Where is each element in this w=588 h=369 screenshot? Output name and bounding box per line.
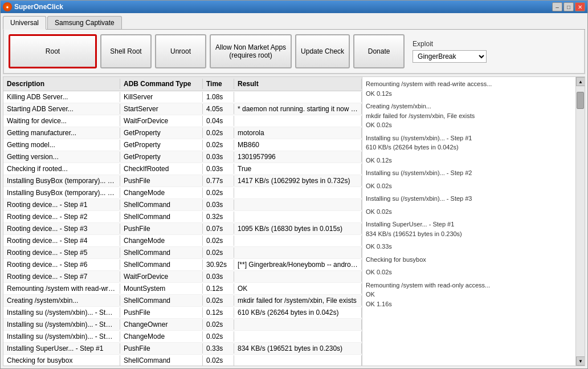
table-row: Installing BusyBox (temporary)... - Step… bbox=[3, 175, 362, 187]
table-row: Installing SuperUser... - Step #1 PushFi… bbox=[3, 343, 362, 355]
tab-bar: Universal Samsung Captivate bbox=[3, 15, 585, 30]
row-result bbox=[234, 92, 362, 102]
row-desc: Getting manufacturer... bbox=[3, 128, 120, 138]
donate-button[interactable]: Donate bbox=[353, 34, 405, 68]
row-time: 0.03s bbox=[203, 152, 234, 162]
right-panel-line: OK 0.02s bbox=[366, 267, 572, 277]
row-result: 834 KB/s (196521 bytes in 0.230s) bbox=[234, 343, 362, 354]
table-row: Creating /system/xbin... ShellCommand 0.… bbox=[3, 295, 362, 307]
row-time: 0.04s bbox=[203, 116, 234, 126]
row-desc: Installing BusyBox (temporary)... - Step… bbox=[3, 176, 120, 186]
right-panel-line: OK 0.02s bbox=[366, 120, 572, 130]
row-time: 1.08s bbox=[203, 92, 234, 102]
exploit-label: Exploit bbox=[413, 40, 487, 48]
row-time: 0.02s bbox=[203, 319, 234, 330]
row-result: MB860 bbox=[234, 140, 362, 150]
row-desc: Rooting device... - Step #5 bbox=[3, 248, 120, 258]
row-adb: GetProperty bbox=[120, 128, 203, 138]
right-panel-line: 610 KB/s (26264 bytes in 0.042s) bbox=[366, 143, 572, 152]
row-result bbox=[234, 271, 362, 282]
right-panel-line: OK bbox=[366, 290, 572, 299]
row-adb: WaitForDevice bbox=[120, 271, 203, 282]
scrollbar-down-button[interactable]: ▼ bbox=[576, 356, 585, 366]
row-adb: PushFile bbox=[120, 307, 203, 318]
right-panel-line: mkdir failed for /system/xbin, File exis… bbox=[366, 111, 572, 121]
row-desc: Remounting /system with read-write a... bbox=[3, 283, 120, 294]
scrollbar-thumb[interactable] bbox=[577, 92, 584, 109]
update-check-button[interactable]: Update Check bbox=[295, 34, 350, 68]
table-row: Rooting device... - Step #6 ShellCommand… bbox=[3, 259, 362, 271]
row-result bbox=[234, 200, 362, 210]
minimize-button[interactable]: – bbox=[552, 2, 562, 11]
root-button[interactable]: Root bbox=[9, 34, 97, 68]
row-time: 0.03s bbox=[203, 164, 234, 174]
row-adb: PushFile bbox=[120, 224, 203, 234]
main-window: ● SuperOneClick – □ ✕ Universal Samsung … bbox=[0, 0, 588, 369]
right-panel-line: Remounting /system with read-write acces… bbox=[366, 79, 572, 89]
row-result bbox=[234, 212, 362, 222]
table-row: Rooting device... - Step #3 PushFile 0.0… bbox=[3, 223, 362, 235]
right-panel-line: OK 0.12s bbox=[366, 156, 572, 165]
right-panel-line: Creating /system/xbin... bbox=[366, 102, 572, 111]
row-time: 0.02s bbox=[203, 140, 234, 150]
scrollbar-up-button[interactable]: ▲ bbox=[576, 77, 585, 86]
window-title: SuperOneClick bbox=[14, 3, 63, 11]
table-row: Installing su (/system/xbin)... - Step #… bbox=[3, 319, 362, 331]
log-body: Killing ADB Server... KillServer 1.08s S… bbox=[3, 91, 362, 366]
allow-non-market-button[interactable]: Allow Non Market Apps (requires root) bbox=[210, 34, 292, 68]
log-table: Description ADB Command Type Time Result… bbox=[3, 77, 362, 366]
row-adb: GetProperty bbox=[120, 140, 203, 150]
maximize-button[interactable]: □ bbox=[564, 2, 574, 11]
row-result bbox=[234, 188, 362, 198]
scrollbar[interactable]: ▲ ▼ bbox=[575, 77, 585, 366]
row-time: 0.12s bbox=[203, 307, 234, 318]
row-result: mkdir failed for /system/xbin, File exis… bbox=[234, 295, 362, 306]
table-row: Waiting for device... WaitForDevice 0.04… bbox=[3, 115, 362, 127]
row-adb: GetProperty bbox=[120, 152, 203, 162]
row-adb: ChangeMode bbox=[120, 236, 203, 246]
unroot-button[interactable]: Unroot bbox=[155, 34, 206, 68]
row-time: 0.33s bbox=[203, 343, 234, 354]
table-row: Rooting device... - Step #4 ChangeMode 0… bbox=[3, 235, 362, 247]
close-button[interactable]: ✕ bbox=[575, 2, 585, 11]
tab-universal[interactable]: Universal bbox=[3, 16, 46, 30]
exploit-select[interactable]: GingerBreak Leviticus zergRush bbox=[413, 50, 487, 63]
row-desc: Installing su (/system/xbin)... - Step #… bbox=[3, 319, 120, 330]
row-desc: Getting model... bbox=[3, 140, 120, 150]
row-desc: Rooting device... - Step #6 bbox=[3, 259, 120, 270]
row-result bbox=[234, 331, 362, 342]
scrollbar-track[interactable] bbox=[576, 86, 585, 356]
row-adb: ShellCommand bbox=[120, 295, 203, 306]
row-desc: Killing ADB Server... bbox=[3, 92, 120, 102]
row-adb: PushFile bbox=[120, 343, 203, 354]
table-row: Killing ADB Server... KillServer 1.08s bbox=[3, 91, 362, 103]
row-adb: ChangeMode bbox=[120, 331, 203, 342]
row-adb: ShellCommand bbox=[120, 259, 203, 270]
right-panel-line: Installing su (/system/xbin)... - Step #… bbox=[366, 133, 572, 143]
row-result bbox=[234, 116, 362, 126]
row-desc: Installing BusyBox (temporary)... - Step… bbox=[3, 188, 120, 198]
row-time: 0.02s bbox=[203, 355, 234, 366]
row-adb: CheckIfRooted bbox=[120, 164, 203, 174]
row-time: 0.12s bbox=[203, 283, 234, 294]
row-time: 0.03s bbox=[203, 271, 234, 282]
row-desc: Checking for busybox bbox=[3, 355, 120, 366]
row-time: 0.02s bbox=[203, 248, 234, 258]
row-adb: ShellCommand bbox=[120, 355, 203, 366]
toolbar-panel: Root Shell Root Unroot Allow Non Market … bbox=[3, 30, 585, 74]
shell-root-button[interactable]: Shell Root bbox=[100, 34, 152, 68]
row-result: * daemon not running. starting it now on… bbox=[234, 104, 362, 114]
right-panel-line: Installing su (/system/xbin)... - Step #… bbox=[366, 168, 572, 178]
tab-samsung-captivate[interactable]: Samsung Captivate bbox=[47, 16, 122, 29]
row-result bbox=[234, 248, 362, 258]
exploit-section: Exploit GingerBreak Leviticus zergRush bbox=[413, 40, 487, 63]
row-result bbox=[234, 355, 362, 366]
row-result bbox=[234, 319, 362, 330]
row-time: 30.92s bbox=[203, 259, 234, 270]
app-icon: ● bbox=[3, 2, 12, 11]
header-result: Result bbox=[234, 79, 362, 89]
row-time: 0.02s bbox=[203, 188, 234, 198]
row-result: OK bbox=[234, 283, 362, 294]
row-adb: ChangeMode bbox=[120, 188, 203, 198]
right-panel-line: OK 0.02s bbox=[366, 181, 572, 191]
